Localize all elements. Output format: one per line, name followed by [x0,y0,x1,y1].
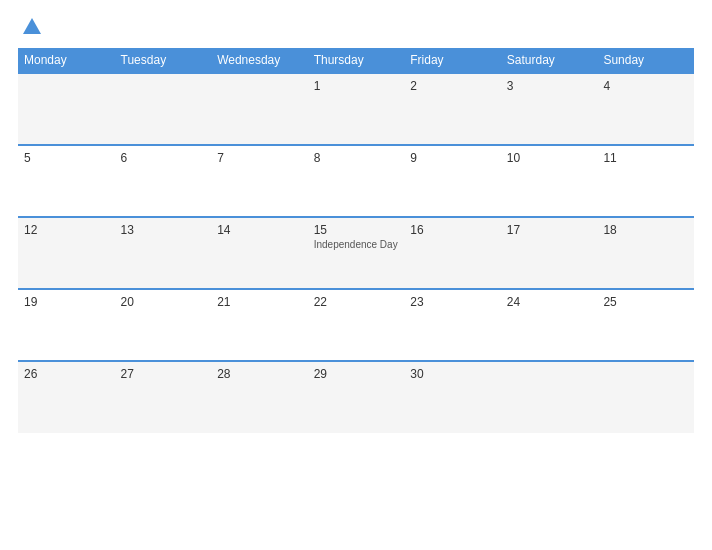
day-number: 29 [314,367,399,381]
day-number: 5 [24,151,109,165]
calendar-cell: 16 [404,217,501,289]
day-number: 6 [121,151,206,165]
day-number: 14 [217,223,302,237]
day-number: 27 [121,367,206,381]
week-row-2: 567891011 [18,145,694,217]
calendar-cell [501,361,598,433]
calendar-cell [115,73,212,145]
calendar-cell: 9 [404,145,501,217]
day-number: 28 [217,367,302,381]
calendar-cell: 26 [18,361,115,433]
calendar-cell: 21 [211,289,308,361]
weekday-header-row: MondayTuesdayWednesdayThursdayFridaySatu… [18,48,694,73]
calendar-cell: 14 [211,217,308,289]
calendar-cell: 28 [211,361,308,433]
calendar-table: MondayTuesdayWednesdayThursdayFridaySatu… [18,48,694,433]
svg-marker-0 [23,18,41,34]
calendar-cell: 15Independence Day [308,217,405,289]
calendar-cell: 13 [115,217,212,289]
calendar-cell: 30 [404,361,501,433]
calendar-cell: 2 [404,73,501,145]
day-number: 17 [507,223,592,237]
day-number: 25 [603,295,688,309]
event-label: Independence Day [314,239,399,251]
day-number: 3 [507,79,592,93]
day-number: 8 [314,151,399,165]
calendar-cell: 20 [115,289,212,361]
calendar-cell: 7 [211,145,308,217]
calendar-cell: 4 [597,73,694,145]
day-number: 10 [507,151,592,165]
day-number: 23 [410,295,495,309]
calendar-header [18,16,694,38]
calendar-cell: 18 [597,217,694,289]
week-row-4: 19202122232425 [18,289,694,361]
day-number: 21 [217,295,302,309]
week-row-5: 2627282930 [18,361,694,433]
logo [18,16,43,38]
weekday-header-thursday: Thursday [308,48,405,73]
day-number: 9 [410,151,495,165]
weekday-header-saturday: Saturday [501,48,598,73]
calendar-cell [597,361,694,433]
calendar-cell: 10 [501,145,598,217]
calendar-cell: 11 [597,145,694,217]
day-number: 22 [314,295,399,309]
calendar-cell: 17 [501,217,598,289]
calendar-cell: 29 [308,361,405,433]
calendar-cell: 1 [308,73,405,145]
week-row-3: 12131415Independence Day161718 [18,217,694,289]
day-number: 1 [314,79,399,93]
day-number: 15 [314,223,399,237]
calendar-cell: 24 [501,289,598,361]
calendar-cell: 3 [501,73,598,145]
calendar-page: MondayTuesdayWednesdayThursdayFridaySatu… [0,0,712,550]
logo-icon [21,16,43,38]
week-row-1: 1234 [18,73,694,145]
day-number: 26 [24,367,109,381]
day-number: 16 [410,223,495,237]
day-number: 4 [603,79,688,93]
day-number: 11 [603,151,688,165]
day-number: 24 [507,295,592,309]
calendar-cell [18,73,115,145]
calendar-cell: 12 [18,217,115,289]
calendar-cell: 27 [115,361,212,433]
day-number: 12 [24,223,109,237]
day-number: 30 [410,367,495,381]
day-number: 18 [603,223,688,237]
weekday-header-sunday: Sunday [597,48,694,73]
calendar-cell: 19 [18,289,115,361]
day-number: 20 [121,295,206,309]
day-number: 7 [217,151,302,165]
day-number: 13 [121,223,206,237]
calendar-cell: 8 [308,145,405,217]
weekday-header-wednesday: Wednesday [211,48,308,73]
weekday-header-friday: Friday [404,48,501,73]
weekday-header-monday: Monday [18,48,115,73]
calendar-cell: 23 [404,289,501,361]
day-number: 2 [410,79,495,93]
weekday-header-tuesday: Tuesday [115,48,212,73]
calendar-cell: 25 [597,289,694,361]
calendar-cell [211,73,308,145]
calendar-cell: 5 [18,145,115,217]
calendar-cell: 22 [308,289,405,361]
calendar-cell: 6 [115,145,212,217]
day-number: 19 [24,295,109,309]
